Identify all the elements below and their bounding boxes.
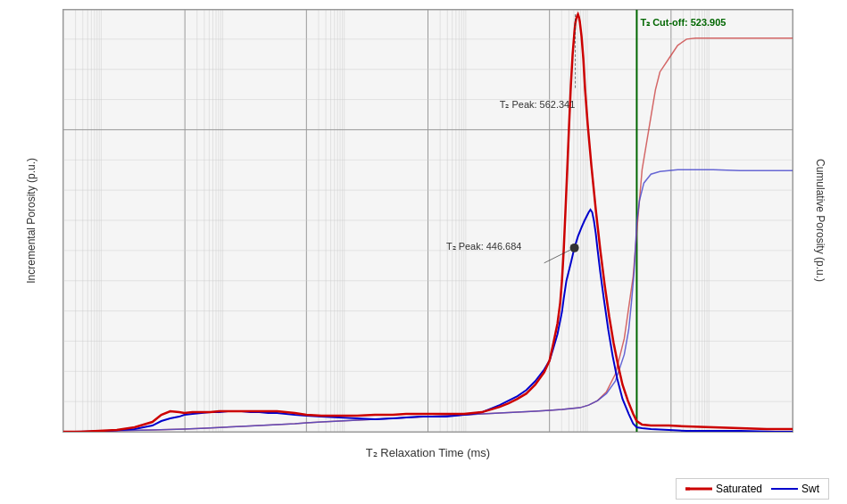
chart-svg: 0.01 0.1 1 10 100 1,000 10,000 0 0.10 0.…: [63, 10, 793, 432]
legend-item-swt: Swt: [771, 483, 819, 495]
y-axis-left-label: Incremental Porosity (p.u.): [25, 158, 37, 284]
cutoff-annotation: T₂ Cut-off: 523.905: [640, 17, 726, 28]
legend-swt-label: Swt: [801, 483, 819, 495]
legend-item-saturated: Saturated: [685, 483, 762, 495]
chart-area: 0.01 0.1 1 10 100 1,000 10,000 0 0.10 0.…: [62, 9, 793, 433]
chart-legend: Saturated Swt: [676, 478, 829, 500]
y-axis-right-label: Cumulative Porosity (p.u.): [814, 159, 826, 282]
chart-container: Incremental Porosity (p.u.) Cumulative P…: [0, 0, 847, 504]
x-axis-label: T₂ Relaxation Time (ms): [62, 446, 793, 459]
y-axis-right: Cumulative Porosity (p.u.): [793, 9, 847, 433]
swt-peak-dot: [570, 244, 579, 252]
t2-peak-swt-label: T₂ Peak: 446.684: [446, 241, 521, 252]
t2-peak-saturated-label: T₂ Peak: 562.341: [500, 99, 575, 110]
y-axis-left: Incremental Porosity (p.u.): [0, 9, 62, 433]
legend-saturated-label: Saturated: [716, 483, 762, 495]
